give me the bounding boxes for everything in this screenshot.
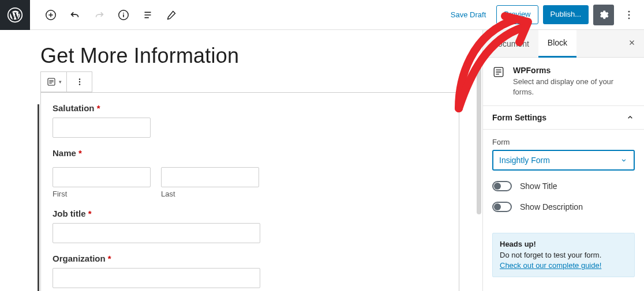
preview-button[interactable]: Preview	[496, 5, 538, 24]
field-organization: Organization *	[53, 254, 447, 288]
form-block-icon	[46, 77, 57, 87]
svg-point-3	[123, 12, 124, 13]
form-select-value: Insightly Form	[499, 156, 550, 165]
scrollbar[interactable]	[477, 65, 481, 214]
tab-document[interactable]: Document	[483, 30, 538, 58]
svg-point-6	[628, 17, 630, 19]
sidebar-close-button[interactable]	[620, 39, 644, 49]
close-icon	[628, 39, 636, 47]
gear-icon	[598, 9, 609, 21]
notice-text: Do not forget to test your form.	[500, 251, 601, 259]
redo-icon	[93, 9, 106, 21]
field-name: Name * First Last	[53, 148, 447, 198]
notice-link[interactable]: Check out our complete guide!	[500, 261, 601, 270]
page-title[interactable]: Get More Information	[40, 44, 459, 68]
block-more-button[interactable]	[66, 72, 92, 92]
first-name-input[interactable]	[53, 167, 151, 187]
field-label: Name *	[53, 148, 447, 158]
settings-button[interactable]	[593, 5, 614, 25]
chevron-down-icon	[620, 156, 628, 164]
plus-circle-icon	[44, 9, 57, 21]
field-salutation: Salutation *	[53, 103, 447, 138]
block-toolbar: ▾	[40, 71, 92, 92]
sublabel-last: Last	[161, 190, 259, 198]
svg-point-9	[78, 81, 80, 82]
block-card-title: WPForms	[513, 66, 635, 75]
info-icon	[117, 9, 130, 21]
wordpress-logo[interactable]	[0, 0, 30, 30]
form-select-label: Form	[492, 138, 635, 146]
chevron-up-icon	[626, 113, 635, 122]
form-select[interactable]: Insightly Form	[492, 150, 635, 171]
chevron-down-icon: ▾	[59, 79, 62, 85]
svg-point-5	[628, 14, 630, 16]
field-label: Organization *	[53, 254, 447, 263]
show-description-label: Show Description	[520, 202, 583, 211]
section-title: Form Settings	[492, 113, 546, 122]
tab-block[interactable]: Block	[538, 30, 576, 58]
pencil-icon	[166, 9, 178, 21]
heads-up-notice: Heads up! Do not forget to test your for…	[492, 233, 635, 277]
show-title-label: Show Title	[520, 182, 557, 191]
block-card-desc: Select and display one of your forms.	[513, 77, 635, 97]
editor-canvas: Get More Information ▾ Salutation * Name…	[0, 30, 482, 291]
add-block-button[interactable]	[40, 5, 61, 25]
last-name-input[interactable]	[161, 167, 259, 187]
save-draft-button[interactable]: Save Draft	[445, 6, 492, 24]
settings-sidebar: Document Block WPForms Select and displa…	[482, 30, 644, 291]
job-title-input[interactable]	[53, 223, 260, 243]
section-form-settings[interactable]: Form Settings	[483, 106, 644, 130]
wpforms-block[interactable]: Salutation * Name * First Last Job	[40, 92, 459, 291]
show-title-toggle[interactable]	[492, 181, 512, 191]
block-card: WPForms Select and display one of your f…	[483, 58, 644, 106]
sidebar-tabs: Document Block	[483, 30, 644, 58]
editor-toolbar: Save Draft Preview Publish...	[0, 0, 644, 30]
publish-button[interactable]: Publish...	[543, 5, 589, 24]
undo-button[interactable]	[65, 5, 85, 25]
undo-icon	[69, 9, 81, 21]
block-navigation-button[interactable]	[137, 5, 158, 25]
field-job-title: Job title *	[53, 209, 447, 243]
svg-point-4	[628, 10, 630, 12]
salutation-input[interactable]	[53, 118, 151, 138]
kebab-icon	[623, 9, 635, 21]
field-label: Job title *	[53, 209, 447, 218]
show-description-toggle[interactable]	[492, 202, 512, 212]
content-structure-button[interactable]	[113, 5, 134, 25]
sublabel-first: First	[53, 190, 151, 198]
block-type-button[interactable]: ▾	[41, 72, 66, 92]
notice-heading: Heads up!	[500, 240, 536, 248]
organization-input[interactable]	[53, 268, 260, 288]
form-settings-panel: Form Insightly Form Show Title Show Desc…	[483, 130, 644, 222]
field-label: Salutation *	[53, 103, 447, 113]
edit-button[interactable]	[162, 5, 182, 25]
list-icon	[141, 9, 154, 21]
more-options-button[interactable]	[619, 5, 639, 25]
redo-button[interactable]	[89, 5, 110, 25]
wpforms-icon	[492, 66, 505, 78]
wordpress-icon	[7, 7, 23, 23]
svg-point-8	[78, 78, 80, 80]
kebab-icon	[74, 77, 85, 87]
svg-point-10	[78, 84, 80, 85]
